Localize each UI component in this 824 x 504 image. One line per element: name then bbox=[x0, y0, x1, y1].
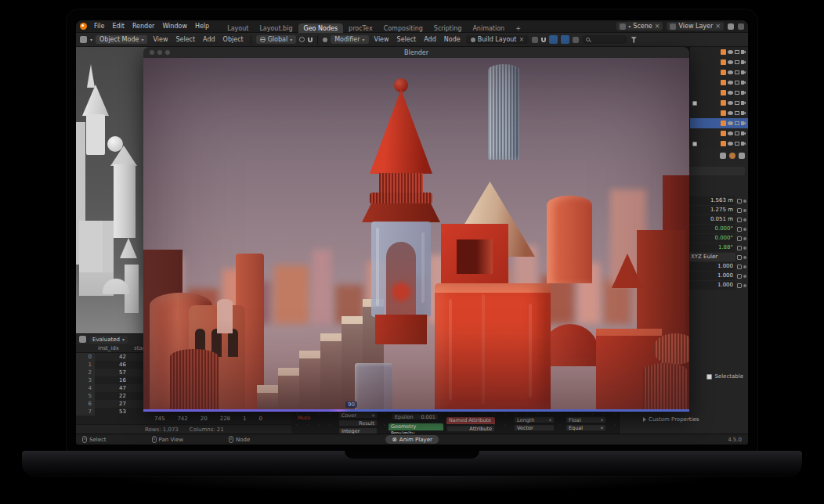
snap-magnet-icon[interactable] bbox=[541, 38, 546, 42]
node-named-attribute[interactable]: Named Attribute Attribute bbox=[446, 417, 495, 433]
eye-icon[interactable] bbox=[728, 101, 733, 105]
camera-icon[interactable] bbox=[741, 111, 746, 115]
eye-icon[interactable] bbox=[728, 91, 733, 95]
eye-icon[interactable] bbox=[728, 131, 733, 135]
viewport-menu[interactable]: Add bbox=[201, 36, 218, 43]
animate-dot-icon[interactable] bbox=[743, 256, 746, 259]
outliner-row[interactable] bbox=[690, 118, 748, 128]
eye-icon[interactable] bbox=[728, 50, 733, 54]
workspace-tab[interactable]: Geo Nodes bbox=[298, 23, 344, 33]
float-dropdown[interactable]: Float bbox=[566, 416, 606, 423]
checkbox-icon[interactable] bbox=[692, 142, 697, 146]
snap-magnet-icon[interactable] bbox=[308, 38, 313, 42]
zoom-icon[interactable] bbox=[165, 50, 170, 55]
node-epsilon[interactable]: Epsilon 0.001 bbox=[392, 413, 439, 421]
object-tab-icon[interactable] bbox=[729, 153, 735, 159]
node-editor-type-icon[interactable] bbox=[323, 38, 327, 42]
checkbox-icon[interactable] bbox=[707, 374, 712, 380]
rotation-mode-dropdown[interactable]: XYZ Euler bbox=[688, 253, 735, 261]
screen-icon[interactable] bbox=[735, 121, 739, 125]
camera-icon[interactable] bbox=[741, 50, 746, 54]
node-muted[interactable]: Mute bbox=[298, 415, 310, 421]
camera-icon[interactable] bbox=[741, 101, 746, 105]
scale-value[interactable]: 1.000 bbox=[688, 272, 735, 280]
camera-icon[interactable] bbox=[741, 131, 746, 135]
animate-dot-icon[interactable] bbox=[743, 265, 746, 268]
menubar-menu[interactable]: File bbox=[91, 23, 107, 30]
node-editor-menu[interactable]: Select bbox=[395, 36, 419, 43]
screen-icon[interactable] bbox=[735, 50, 739, 54]
node-length[interactable]: Length Vector bbox=[514, 416, 555, 432]
rotation-value[interactable]: 0.000° bbox=[688, 234, 735, 243]
selectable-toggle[interactable]: Selectable bbox=[707, 373, 743, 380]
lock-icon[interactable] bbox=[737, 208, 742, 213]
node-cover[interactable]: Cover Result Integer bbox=[338, 412, 378, 435]
screen-icon[interactable] bbox=[735, 131, 739, 135]
screen-icon[interactable] bbox=[735, 101, 739, 105]
camera-icon[interactable] bbox=[741, 60, 746, 64]
node-mode-selector[interactable]: Modifier bbox=[331, 35, 368, 44]
eye-icon[interactable] bbox=[728, 111, 733, 115]
spreadsheet-icon[interactable] bbox=[79, 336, 86, 343]
node-geometry-proximity[interactable]: Geometry Proximity bbox=[389, 423, 443, 431]
mode-selector[interactable]: Object Mode bbox=[96, 35, 147, 44]
workspace-tab[interactable]: Layout.big bbox=[254, 23, 298, 33]
location-value[interactable]: 1.563 m bbox=[688, 196, 735, 205]
screen-icon[interactable] bbox=[735, 91, 739, 95]
viewport-menu[interactable]: View bbox=[150, 36, 170, 43]
filter-icon[interactable] bbox=[631, 37, 637, 43]
workspace-tab[interactable]: Animation bbox=[467, 23, 510, 33]
epsilon-value[interactable]: 0.001 bbox=[421, 414, 435, 419]
duplicate-icon[interactable] bbox=[738, 23, 744, 30]
lock-icon[interactable] bbox=[737, 236, 742, 241]
scene-selector[interactable]: Scene bbox=[616, 22, 663, 31]
search-input[interactable] bbox=[582, 35, 627, 44]
camera-icon[interactable] bbox=[741, 70, 746, 74]
lock-icon[interactable] bbox=[737, 227, 742, 232]
node-tree-selector[interactable]: Build Layout bbox=[466, 35, 529, 44]
menubar-menu[interactable]: Window bbox=[159, 23, 190, 30]
render-window[interactable]: Blender bbox=[143, 47, 689, 412]
workspace-tab[interactable]: + bbox=[510, 23, 526, 33]
node-compare[interactable]: Float Equal bbox=[566, 416, 606, 432]
proportional-editing-icon[interactable] bbox=[299, 37, 305, 42]
animate-dot-icon[interactable] bbox=[743, 209, 746, 212]
lock-icon[interactable] bbox=[737, 283, 742, 288]
outliner-row[interactable] bbox=[690, 57, 748, 67]
animate-dot-icon[interactable] bbox=[743, 284, 746, 287]
menubar-menu[interactable]: Edit bbox=[109, 23, 128, 30]
gizmo-toggle-icon[interactable] bbox=[561, 35, 569, 44]
clear-icon[interactable] bbox=[519, 36, 524, 43]
outliner-row[interactable] bbox=[690, 139, 748, 149]
camera-icon[interactable] bbox=[741, 121, 746, 125]
lock-icon[interactable] bbox=[737, 265, 742, 269]
screen-icon[interactable] bbox=[735, 142, 739, 146]
outliner-row[interactable] bbox=[690, 108, 748, 118]
orientation-selector[interactable]: Global bbox=[256, 35, 297, 44]
node-editor-menu[interactable]: View bbox=[372, 36, 392, 43]
named-attribute-header[interactable]: Named Attribute bbox=[446, 417, 495, 424]
animate-dot-icon[interactable] bbox=[743, 200, 746, 203]
remove-layer-icon[interactable] bbox=[715, 23, 721, 30]
eye-icon[interactable] bbox=[728, 81, 733, 85]
rotation-value[interactable]: 1.88° bbox=[688, 243, 735, 252]
render-window-titlebar[interactable]: Blender bbox=[143, 47, 689, 58]
lock-icon[interactable] bbox=[737, 274, 742, 279]
outliner-row[interactable] bbox=[690, 77, 748, 88]
menubar-menu[interactable]: Render bbox=[129, 23, 157, 30]
outliner-row[interactable] bbox=[690, 67, 748, 77]
viewport-menu[interactable]: Select bbox=[173, 36, 197, 43]
pin-icon[interactable] bbox=[532, 37, 538, 43]
outliner-row[interactable] bbox=[690, 128, 748, 139]
minimize-icon[interactable] bbox=[157, 50, 162, 55]
eye-icon[interactable] bbox=[728, 60, 733, 64]
modifier-tab-icon[interactable] bbox=[739, 153, 745, 159]
screen-icon[interactable] bbox=[735, 70, 739, 74]
animate-dot-icon[interactable] bbox=[743, 237, 746, 240]
animate-dot-icon[interactable] bbox=[743, 228, 746, 231]
outliner-row[interactable] bbox=[690, 98, 748, 108]
close-icon[interactable] bbox=[150, 50, 154, 55]
view-layer-selector[interactable]: View Layer bbox=[667, 22, 724, 31]
object-name-dropdown[interactable] bbox=[688, 167, 745, 175]
node-editor-menu[interactable]: Add bbox=[421, 36, 439, 43]
